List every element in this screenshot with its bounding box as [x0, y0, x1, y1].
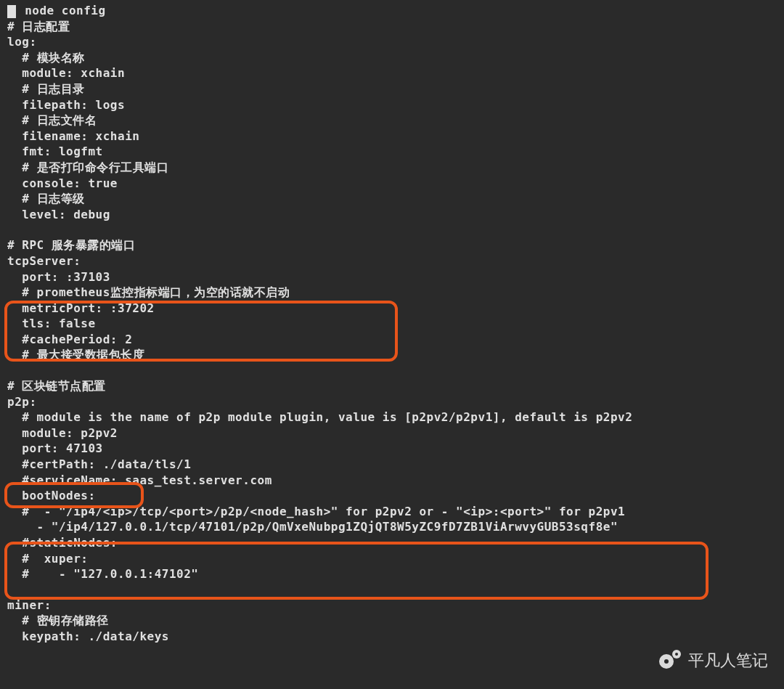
code-text: # 最大接受数据包长度: [7, 348, 144, 362]
code-line: miner:: [7, 598, 777, 613]
code-text: port: :37103: [7, 270, 110, 284]
code-line: # 日志配置: [7, 19, 777, 35]
code-line: # 密钥存储路径: [7, 613, 777, 629]
cursor-block: [7, 5, 16, 18]
code-text: tcpServer:: [7, 254, 81, 268]
code-line: #certPath: ./data/tls/1: [7, 457, 777, 473]
code-text: tls: false: [7, 317, 96, 330]
code-line: # xuper:: [7, 551, 777, 567]
code-text: # xuper:: [7, 552, 88, 566]
code-text: #serviceName: saas_test.server.com: [7, 473, 272, 487]
code-text: module: p2pv2: [7, 426, 118, 440]
code-line: # prometheus监控指标端口，为空的话就不启动: [7, 285, 777, 301]
code-text: - "/ip4/127.0.0.1/tcp/47101/p2p/QmVxeNub…: [7, 520, 618, 534]
code-line: module: p2pv2: [7, 425, 777, 441]
code-line: # RPC 服务暴露的端口: [7, 237, 777, 253]
code-text: # prometheus监控指标端口，为空的话就不启动: [7, 285, 290, 299]
code-line: console: true: [7, 176, 777, 192]
code-text: level: debug: [7, 208, 110, 221]
code-text: # 日志等级: [7, 192, 85, 205]
code-line: keypath: ./data/keys: [7, 629, 777, 645]
code-text: # 是否打印命令行工具端口: [7, 160, 168, 174]
code-text: metricPort: :37202: [7, 301, 155, 315]
code-text: # module is the name of p2p module plugi…: [7, 410, 632, 424]
code-text: p2p:: [7, 395, 37, 409]
watermark: 平凡人笔记: [659, 650, 768, 672]
wechat-icon: [659, 650, 681, 672]
code-line: # module is the name of p2p module plugi…: [7, 409, 777, 425]
code-line: level: debug: [7, 207, 777, 223]
code-text: #staticNodes:: [7, 536, 118, 550]
code-line: # 区块链节点配置: [7, 378, 777, 394]
code-line: # 是否打印命令行工具端口: [7, 160, 777, 176]
code-line: # 日志文件名: [7, 113, 777, 129]
code-text: # 日志目录: [7, 82, 85, 96]
code-line: tls: false: [7, 316, 777, 332]
code-line: # - "/ip4/<ip>/tcp/<port>/p2p/<node_hash…: [7, 504, 777, 520]
code-text: console: true: [7, 176, 118, 190]
code-line: # 最大接受数据包长度: [7, 347, 777, 363]
code-text: log:: [7, 35, 37, 49]
code-line: node config: [7, 3, 777, 19]
code-text: filepath: logs: [7, 98, 125, 112]
code-text: # RPC 服务暴露的端口: [7, 238, 135, 252]
code-line: filepath: logs: [7, 97, 777, 113]
code-text: #cachePeriod: 2: [7, 333, 132, 346]
code-line: fmt: logfmt: [7, 144, 777, 160]
code-line: [7, 363, 777, 378]
code-text: # 密钥存储路径: [7, 613, 109, 627]
code-line: module: xchain: [7, 65, 777, 81]
code-line: bootNodes:: [7, 488, 777, 504]
code-text: #certPath: ./data/tls/1: [7, 457, 191, 471]
code-line: #staticNodes:: [7, 535, 777, 551]
code-text: # - "/ip4/<ip>/tcp/<port>/p2p/<node_hash…: [7, 505, 625, 518]
code-text: # 日志文件名: [7, 113, 97, 127]
code-line: tcpServer:: [7, 253, 777, 269]
code-text: node config: [17, 4, 106, 17]
code-line: # 日志目录: [7, 81, 777, 97]
code-line: filename: xchain: [7, 129, 777, 144]
code-text: # 模块名称: [7, 51, 85, 65]
code-text: bootNodes:: [7, 489, 96, 502]
code-line: [7, 582, 777, 598]
code-line: - "/ip4/127.0.0.1/tcp/47101/p2p/QmVxeNub…: [7, 519, 777, 535]
code-text: miner:: [7, 598, 52, 612]
code-text: filename: xchain: [7, 129, 139, 143]
code-line: # 模块名称: [7, 50, 777, 66]
code-text: module: xchain: [7, 66, 125, 80]
code-text: # 日志配置: [7, 20, 70, 33]
code-line: p2p:: [7, 394, 777, 410]
code-line: port: :37103: [7, 269, 777, 285]
code-line: metricPort: :37202: [7, 301, 777, 317]
code-line: # - "127.0.0.1:47102": [7, 566, 777, 582]
code-line: [7, 222, 777, 237]
code-text: port: 47103: [7, 441, 103, 455]
code-line: port: 47103: [7, 441, 777, 457]
code-text: # 区块链节点配置: [7, 379, 106, 393]
code-text: fmt: logfmt: [7, 144, 103, 158]
watermark-text: 平凡人笔记: [688, 650, 768, 672]
code-line: log:: [7, 34, 777, 50]
code-line: # 日志等级: [7, 191, 777, 207]
config-code-block: node config# 日志配置log: # 模块名称 module: xch…: [0, 0, 784, 648]
code-text: # - "127.0.0.1:47102": [7, 567, 198, 581]
code-line: #serviceName: saas_test.server.com: [7, 473, 777, 489]
code-line: #cachePeriod: 2: [7, 332, 777, 348]
code-text: keypath: ./data/keys: [7, 629, 169, 643]
